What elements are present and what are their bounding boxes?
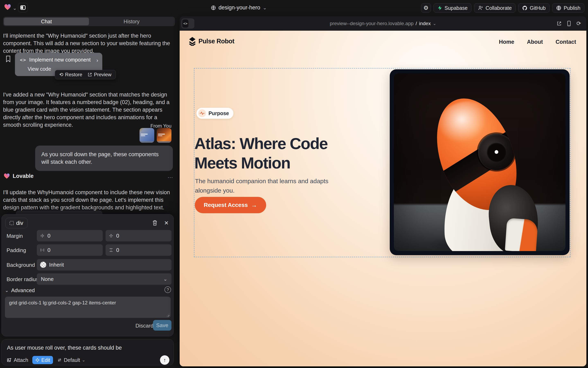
url-chevron-icon: ⌄ — [433, 21, 436, 26]
publish-button[interactable]: Publish — [552, 3, 584, 13]
publish-globe-icon — [556, 5, 561, 11]
assistant-message-3: I'll update the WhyHumanoid component to… — [3, 189, 173, 212]
element-inspector-panel: div ✕ Margin 0 0 Padding — [1, 214, 174, 336]
restore-label: Restore — [65, 72, 82, 77]
purpose-badge: Purpose — [196, 108, 233, 119]
help-icon[interactable]: ? — [164, 286, 171, 293]
composer-input[interactable]: As user mouse roll over, these cards sho… — [7, 345, 122, 351]
preview-label: Preview — [94, 72, 111, 77]
external-link-icon — [87, 72, 92, 77]
restore-button[interactable]: ⟲ Restore — [59, 72, 82, 77]
sliders-icon — [57, 358, 62, 362]
close-inspector-button[interactable]: ✕ — [164, 220, 169, 226]
preview-toolbar: <> preview--design-your-hero.lovable.app… — [180, 16, 586, 31]
topbar-actions: ⚙ Supabase Collaborate — [421, 3, 584, 13]
mobile-view-icon[interactable] — [567, 21, 571, 26]
site-canvas: Pulse Robot Home About Contact Purpose — [180, 31, 586, 366]
classes-textarea[interactable]: grid grid-cols-1 lg:grid-cols-2 gap-12 i… — [5, 297, 171, 318]
cta-label: Request Access — [204, 202, 248, 208]
workspace-chevron-icon[interactable]: ⌄ — [13, 6, 17, 11]
sidebar-panel-icon — [20, 5, 26, 10]
preview-actions: ⟳ — [557, 16, 581, 31]
padding-y-icon — [109, 248, 113, 252]
component-chevron-icon: › — [96, 57, 98, 64]
selected-element-tag: div — [16, 220, 23, 226]
open-in-new-tab-icon[interactable] — [557, 21, 562, 26]
mode-select[interactable]: Default ⌄ — [57, 357, 85, 363]
gear-icon: ⚙ — [423, 5, 428, 11]
supabase-bolt-icon — [437, 5, 442, 11]
supabase-label: Supabase — [445, 5, 468, 11]
add-user-icon — [478, 6, 483, 10]
site-nav: Home About Contact — [499, 39, 576, 45]
margin-y-icon — [109, 233, 113, 238]
tab-history[interactable]: History — [89, 18, 174, 25]
lovable-logo-icon[interactable] — [4, 4, 11, 10]
site-brand[interactable]: Pulse Robot — [189, 37, 234, 46]
preview-window: <> preview--design-your-hero.lovable.app… — [180, 16, 586, 366]
github-icon — [522, 5, 527, 11]
assistant-header: Lovable … — [4, 173, 173, 179]
layers-logo-icon — [189, 37, 196, 46]
margin-x-value: 0 — [47, 233, 50, 239]
sidebar-toggle-button[interactable] — [18, 3, 28, 12]
sidebar-tabs: Chat History — [3, 17, 175, 26]
hero-section-selected[interactable]: Purpose Atlas: Where Code Meets Motion T… — [194, 68, 570, 257]
advanced-toggle[interactable]: ⌄ Advanced — [5, 287, 35, 294]
message-menu-button[interactable]: … — [167, 173, 173, 179]
request-access-button[interactable]: Request Access → — [195, 197, 266, 213]
save-button[interactable]: Save — [153, 320, 171, 331]
attach-button[interactable]: Attach — [7, 357, 28, 363]
supabase-button[interactable]: Supabase — [434, 3, 472, 13]
tab-chat[interactable]: Chat — [4, 18, 89, 25]
margin-y-input[interactable]: 0 — [105, 230, 171, 241]
chat-composer[interactable]: As user mouse roll over, these cards sho… — [1, 339, 174, 365]
preview-url-bar[interactable]: preview--design-your-hero.lovable.app / … — [180, 16, 586, 31]
background-input[interactable]: Inherit — [37, 259, 171, 270]
nav-home[interactable]: Home — [499, 39, 514, 45]
transparency-swatch-icon — [40, 262, 46, 268]
border-radius-value: None — [41, 276, 54, 282]
settings-button[interactable]: ⚙ — [421, 3, 431, 13]
padding-y-input[interactable]: 0 — [105, 244, 171, 256]
project-chevron-icon: ⌄ — [263, 5, 267, 10]
select-chevron-icon: ⌄ — [163, 276, 167, 282]
discard-button[interactable]: Discard — [134, 322, 155, 329]
delete-element-button[interactable] — [152, 220, 158, 226]
lovable-heart-icon — [4, 173, 10, 179]
nav-about[interactable]: About — [527, 39, 543, 45]
github-button[interactable]: GitHub — [518, 3, 550, 13]
border-radius-select[interactable]: None ⌄ — [37, 273, 171, 285]
site-brand-name: Pulse Robot — [199, 38, 234, 45]
nav-contact[interactable]: Contact — [556, 39, 576, 45]
site-header: Pulse Robot Home About Contact — [180, 31, 586, 55]
project-name: design-your-hero — [218, 4, 260, 11]
selected-element-chip[interactable]: div — [5, 218, 28, 228]
publish-label: Publish — [564, 5, 580, 11]
collaborate-label: Collaborate — [485, 5, 512, 11]
collaborate-button[interactable]: Collaborate — [474, 3, 516, 13]
margin-x-input[interactable]: 0 — [37, 230, 103, 241]
preview-url-sep: / — [416, 21, 417, 26]
send-button[interactable]: ↑ — [160, 355, 169, 365]
refresh-icon[interactable]: ⟳ — [576, 20, 581, 27]
bookmark-icon[interactable] — [6, 55, 11, 62]
margin-y-value: 0 — [116, 233, 119, 239]
attachment-thumbnail-orange[interactable] — [157, 128, 171, 143]
assistant-message-2: I've added a new "Why Humanoid" section … — [3, 91, 173, 129]
padding-x-input[interactable]: 0 — [37, 244, 103, 256]
code-icon: <> — [20, 57, 26, 63]
project-switcher[interactable]: design-your-hero ⌄ — [211, 4, 267, 11]
preview-button[interactable]: Preview — [87, 72, 111, 77]
top-bar: ⌄ design-your-hero ⌄ ⚙ Supabase — [0, 0, 588, 16]
restore-icon: ⟲ — [59, 72, 63, 77]
view-code-link[interactable]: View code — [28, 66, 51, 72]
hero-heading-line1: Atlas: Where Code — [194, 134, 328, 153]
user-message-bubble: As you scroll down the page, these compo… — [35, 146, 173, 171]
dashed-box-icon — [9, 221, 14, 225]
chat-sidebar: Chat History I'll implement the "Why Hum… — [0, 16, 178, 368]
mode-chevron-icon: ⌄ — [82, 358, 85, 362]
attachment-thumbnail-blue[interactable] — [140, 128, 154, 143]
edit-mode-button[interactable]: Edit — [32, 356, 53, 364]
advanced-chevron-icon: ⌄ — [5, 288, 9, 293]
